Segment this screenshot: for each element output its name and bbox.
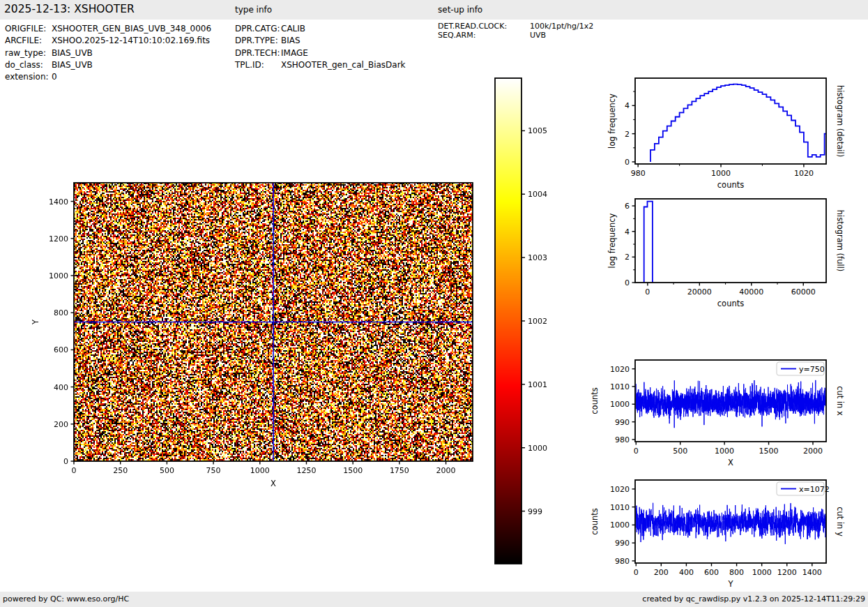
svg-text:Y: Y bbox=[31, 319, 40, 325]
legend: x=1072 bbox=[777, 482, 830, 495]
svg-text:500: 500 bbox=[673, 447, 687, 456]
info-label: DPR.TYPE: bbox=[235, 35, 281, 47]
svg-text:1004: 1004 bbox=[528, 190, 547, 199]
svg-text:250: 250 bbox=[113, 466, 128, 475]
info-label: DPR.CATG: bbox=[235, 23, 281, 35]
cut-in-x-panel: 0500100015002000980990100010101020Xcount… bbox=[589, 348, 868, 481]
info-value: BIAS_UVB bbox=[52, 60, 93, 70]
svg-text:1250: 1250 bbox=[296, 466, 316, 475]
info-label: do_class: bbox=[5, 59, 52, 71]
svg-text:4: 4 bbox=[625, 227, 630, 237]
info-row: DPR.TECH:IMAGE bbox=[235, 47, 406, 59]
svg-text:1000: 1000 bbox=[715, 447, 734, 456]
svg-text:800: 800 bbox=[54, 308, 68, 317]
info-label: raw_type: bbox=[5, 47, 52, 59]
info-row: DET.READ.CLOCK:100k/1pt/hg/1x2 bbox=[438, 22, 593, 31]
svg-text:60000: 60000 bbox=[791, 287, 816, 297]
svg-text:2000: 2000 bbox=[436, 466, 456, 475]
svg-text:1001: 1001 bbox=[528, 380, 547, 389]
svg-text:1500: 1500 bbox=[343, 466, 363, 475]
svg-text:log frequency: log frequency bbox=[607, 213, 617, 268]
svg-text:1000: 1000 bbox=[711, 169, 731, 178]
histogram-curve bbox=[644, 202, 653, 283]
svg-text:600: 600 bbox=[704, 568, 719, 577]
svg-text:1000: 1000 bbox=[752, 568, 772, 577]
svg-text:y=750: y=750 bbox=[799, 365, 825, 374]
footer-left-text: powered by QC: www.eso.org/HC bbox=[3, 594, 129, 604]
svg-text:990: 990 bbox=[615, 418, 630, 427]
info-label: ORIGFILE: bbox=[5, 23, 52, 35]
legend: y=750 bbox=[777, 362, 825, 375]
qc-report-page: 2025-12-13: XSHOOTER type info set-up in… bbox=[0, 0, 868, 607]
info-row: do_class:BIAS_UVB bbox=[5, 59, 211, 71]
svg-text:500: 500 bbox=[160, 466, 174, 475]
info-value: XSHOO.2025-12-14T10:10:02.169.fits bbox=[52, 36, 210, 45]
svg-text:200: 200 bbox=[654, 568, 669, 577]
svg-text:histogram (full): histogram (full) bbox=[835, 210, 845, 272]
svg-text:counts: counts bbox=[717, 299, 744, 308]
cut-in-y-plot: 0200400600800100012001400980990100010101… bbox=[589, 468, 868, 601]
svg-text:1200: 1200 bbox=[777, 568, 797, 577]
svg-text:1000: 1000 bbox=[49, 271, 68, 280]
svg-text:20000: 20000 bbox=[687, 287, 712, 297]
footer-right-text: created by qc_rawdisp.py v1.2.3 on 2025-… bbox=[642, 594, 865, 604]
cut-in-y-panel: 0200400600800100012001400980990100010101… bbox=[589, 468, 868, 601]
info-row: TPL.ID:XSHOOTER_gen_cal_BiasDark bbox=[235, 59, 406, 71]
histogram-full-panel: 02000040000600000246countslog frequencyh… bbox=[589, 187, 868, 317]
info-row: ORIGFILE:XSHOOTER_GEN_BIAS_UVB_348_0006 bbox=[5, 23, 211, 35]
cut-trace bbox=[636, 503, 826, 544]
bias-image-panel: 0250500750100012501500175020000200400600… bbox=[28, 167, 502, 495]
colorbar-axes: 999100010011002100310041005 bbox=[488, 70, 566, 576]
svg-text:counts: counts bbox=[590, 508, 600, 534]
svg-text:980: 980 bbox=[631, 169, 646, 178]
svg-text:1002: 1002 bbox=[528, 317, 547, 326]
histogram-full-plot: 02000040000600000246countslog frequencyh… bbox=[589, 187, 868, 317]
info-label: DET.READ.CLOCK: bbox=[438, 22, 530, 31]
info-value: CALIB bbox=[281, 24, 305, 33]
svg-text:Y: Y bbox=[727, 579, 733, 589]
info-value: XSHOOTER_gen_cal_BiasDark bbox=[281, 60, 406, 70]
svg-text:0: 0 bbox=[72, 466, 77, 475]
svg-text:400: 400 bbox=[54, 383, 68, 392]
svg-text:600: 600 bbox=[54, 345, 68, 354]
svg-text:1010: 1010 bbox=[610, 503, 630, 512]
svg-text:1400: 1400 bbox=[802, 568, 822, 577]
svg-text:X: X bbox=[271, 479, 276, 488]
page-title: 2025-12-13: XSHOOTER bbox=[4, 3, 135, 15]
svg-text:cut in x: cut in x bbox=[835, 386, 845, 416]
setup-info-heading: set-up info bbox=[438, 5, 482, 15]
svg-text:X: X bbox=[728, 458, 733, 467]
colorbar-panel: 999100010011002100310041005 bbox=[488, 70, 566, 576]
svg-text:750: 750 bbox=[206, 466, 221, 475]
svg-text:1000: 1000 bbox=[528, 444, 547, 453]
info-value: UVB bbox=[530, 31, 546, 40]
info-row: extension:0 bbox=[5, 71, 211, 83]
footer-bar: powered by QC: www.eso.org/HC created by… bbox=[0, 592, 868, 607]
info-row: SEQ.ARM:UVB bbox=[438, 31, 593, 40]
svg-text:1500: 1500 bbox=[759, 447, 779, 456]
svg-text:0: 0 bbox=[625, 158, 630, 167]
svg-text:800: 800 bbox=[729, 568, 744, 577]
svg-text:1000: 1000 bbox=[250, 466, 270, 475]
info-value: 100k/1pt/hg/1x2 bbox=[530, 22, 593, 31]
info-row: DPR.TYPE:BIAS bbox=[235, 35, 406, 47]
svg-text:1020: 1020 bbox=[610, 485, 630, 494]
header-bar: 2025-12-13: XSHOOTER type info set-up in… bbox=[0, 0, 868, 20]
svg-text:200: 200 bbox=[54, 420, 68, 429]
cut-trace bbox=[636, 380, 825, 428]
svg-text:0: 0 bbox=[625, 278, 630, 287]
histogram-detail-plot: 98010001020024countslog frequencyhistogr… bbox=[589, 66, 868, 196]
info-label: ARCFILE: bbox=[5, 35, 52, 47]
info-row: raw_type:BIAS_UVB bbox=[5, 47, 211, 59]
svg-text:2000: 2000 bbox=[803, 447, 823, 456]
svg-text:1000: 1000 bbox=[610, 520, 630, 530]
svg-text:4: 4 bbox=[625, 101, 630, 110]
svg-text:0: 0 bbox=[645, 287, 650, 297]
info-row: ARCFILE:XSHOO.2025-12-14T10:10:02.169.fi… bbox=[5, 35, 211, 47]
file-info-list: ORIGFILE:XSHOOTER_GEN_BIAS_UVB_348_0006 … bbox=[5, 23, 211, 83]
info-value: IMAGE bbox=[281, 48, 308, 58]
info-value: BIAS bbox=[281, 36, 300, 45]
svg-text:1010: 1010 bbox=[610, 382, 630, 391]
histogram-curve bbox=[650, 84, 829, 162]
type-info-list: DPR.CATG:CALIB DPR.TYPE:BIAS DPR.TECH:IM… bbox=[235, 23, 406, 71]
